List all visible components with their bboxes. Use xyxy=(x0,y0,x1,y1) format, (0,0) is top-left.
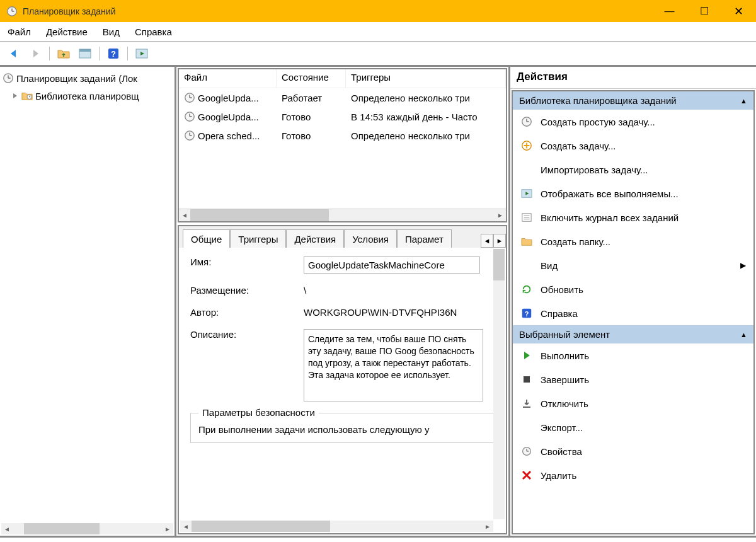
actions-title: Действия xyxy=(510,67,756,89)
window-title: Планировщик заданий xyxy=(23,6,652,16)
security-groupbox: Параметры безопасности При выполнении за… xyxy=(190,413,495,443)
svg-rect-34 xyxy=(524,376,530,383)
action-export[interactable]: Экспорт... xyxy=(513,415,753,439)
svg-text:?: ? xyxy=(111,49,116,59)
security-line: При выполнении задачи использовать следу… xyxy=(198,424,486,435)
tab-general[interactable]: Общие xyxy=(183,229,230,248)
tab-conditions[interactable]: Условия xyxy=(344,229,397,248)
label-description: Описание: xyxy=(190,329,304,340)
menu-help[interactable]: Справка xyxy=(135,26,172,37)
action-refresh[interactable]: Обновить xyxy=(513,277,753,301)
delete-icon xyxy=(520,469,533,481)
maximize-button[interactable]: ☐ xyxy=(687,0,721,22)
actions-pane: Действия Библиотека планировщика заданий… xyxy=(510,67,756,536)
detail-vscrollbar[interactable] xyxy=(493,249,505,519)
col-state[interactable]: Состояние xyxy=(277,69,346,88)
task-row[interactable]: GoogleUpda... Готово В 14:53 каждый день… xyxy=(179,107,506,126)
collapse-icon: ▲ xyxy=(740,97,747,105)
chevron-right-icon: ▶ xyxy=(740,261,746,270)
action-import-task[interactable]: Импортировать задачу... xyxy=(513,158,753,182)
import-icon xyxy=(520,163,533,176)
action-end[interactable]: Завершить xyxy=(513,367,753,391)
action-delete[interactable]: Удалить xyxy=(513,463,753,487)
security-title: Параметры безопасности xyxy=(198,407,319,418)
action-new-folder[interactable]: Создать папку... xyxy=(513,229,753,253)
menu-view[interactable]: Вид xyxy=(103,26,120,37)
clock-icon xyxy=(184,111,195,122)
action-enable-history[interactable]: Включить журнал всех заданий xyxy=(513,205,753,229)
folder-up-icon[interactable] xyxy=(55,45,72,62)
tree-hscrollbar[interactable]: ◄► xyxy=(1,523,173,534)
tab-triggers[interactable]: Триггеры xyxy=(230,229,286,248)
action-disable[interactable]: Отключить xyxy=(513,391,753,415)
disable-icon xyxy=(520,397,533,410)
panel-icon[interactable] xyxy=(76,45,94,62)
tree-library[interactable]: Библиотека планировщ xyxy=(3,87,172,105)
help-icon: ? xyxy=(520,307,533,320)
back-button[interactable] xyxy=(5,45,23,62)
clock-icon xyxy=(184,130,195,141)
value-location: \ xyxy=(304,285,495,296)
name-field[interactable] xyxy=(304,257,480,274)
tasklist-hscrollbar[interactable]: ◄► xyxy=(179,209,506,221)
actions-header-selected[interactable]: Выбранный элемент▲ xyxy=(513,325,753,343)
task-list: Файл Состояние Триггеры GoogleUpda... Ра… xyxy=(178,68,507,222)
action-view-submenu[interactable]: Вид▶ xyxy=(513,253,753,277)
task-row[interactable]: Opera sched... Готово Определено несколь… xyxy=(179,126,506,145)
detail-hscrollbar[interactable]: ◄► xyxy=(180,521,493,532)
center-pane: Файл Состояние Триггеры GoogleUpda... Ра… xyxy=(176,67,510,536)
stop-icon xyxy=(520,373,533,386)
label-name: Имя: xyxy=(190,257,304,274)
close-button[interactable]: ✕ xyxy=(721,0,756,22)
action-run[interactable]: Выполнить xyxy=(513,343,753,367)
col-triggers[interactable]: Триггеры xyxy=(346,69,506,88)
run-panel-icon[interactable] xyxy=(133,45,151,62)
actions-header-library[interactable]: Библиотека планировщика заданий▲ xyxy=(513,91,753,110)
col-file[interactable]: Файл xyxy=(179,69,277,88)
app-icon xyxy=(6,6,18,17)
help-icon[interactable]: ? xyxy=(105,45,122,62)
forward-button[interactable] xyxy=(26,45,44,62)
menu-file[interactable]: Файл xyxy=(8,26,31,37)
action-create-basic-task[interactable]: Создать простую задачу... xyxy=(513,110,753,134)
tab-settings[interactable]: Парамет xyxy=(397,229,452,248)
expand-icon[interactable] xyxy=(11,92,19,100)
task-wizard-icon xyxy=(520,115,533,128)
task-row[interactable]: GoogleUpda... Работает Определено нескол… xyxy=(179,88,506,107)
folder-clock-icon xyxy=(21,90,33,101)
collapse-icon: ▲ xyxy=(740,331,747,338)
tab-scroll-right[interactable]: ► xyxy=(493,234,506,248)
clock-icon xyxy=(3,72,14,84)
tree-root[interactable]: Планировщик заданий (Лок xyxy=(3,69,172,87)
minimize-button[interactable]: — xyxy=(652,0,687,22)
action-properties[interactable]: Свойства xyxy=(513,439,753,463)
menu-action[interactable]: Действие xyxy=(46,26,88,37)
label-author: Автор: xyxy=(190,307,304,318)
detail-pane: Общие Триггеры Действия Условия Парамет … xyxy=(178,225,507,534)
tree-root-label: Планировщик заданий (Лок xyxy=(16,73,137,84)
folder-icon xyxy=(520,235,533,248)
play-icon xyxy=(520,349,533,362)
tree-lib-label: Библиотека планировщ xyxy=(35,91,139,101)
titlebar: Планировщик заданий — ☐ ✕ xyxy=(0,0,756,22)
menubar: Файл Действие Вид Справка xyxy=(0,22,756,41)
properties-icon xyxy=(520,445,533,458)
action-help[interactable]: ?Справка xyxy=(513,301,753,325)
svg-text:?: ? xyxy=(525,310,529,318)
toolbar: ? xyxy=(0,42,756,65)
new-task-icon xyxy=(520,139,533,152)
action-show-running[interactable]: Отображать все выполняемы... xyxy=(513,182,753,205)
running-icon xyxy=(520,187,533,200)
label-location: Размещение: xyxy=(190,285,304,296)
tree-pane: Планировщик заданий (Лок Библиотека план… xyxy=(0,67,176,536)
description-box[interactable]: Следите за тем, чтобы ваше ПО снять эту … xyxy=(304,329,483,401)
history-icon xyxy=(520,211,533,224)
action-create-task[interactable]: Создать задачу... xyxy=(513,134,753,158)
clock-icon xyxy=(184,92,195,103)
svg-rect-4 xyxy=(79,49,91,52)
refresh-icon xyxy=(520,283,533,296)
value-author: WORKGROUP\WIN-DTVFQHPI36N xyxy=(304,307,495,318)
tab-actions[interactable]: Действия xyxy=(286,229,344,248)
tab-scroll-left[interactable]: ◄ xyxy=(481,234,493,248)
detail-tabs: Общие Триггеры Действия Условия Парамет … xyxy=(179,226,506,248)
